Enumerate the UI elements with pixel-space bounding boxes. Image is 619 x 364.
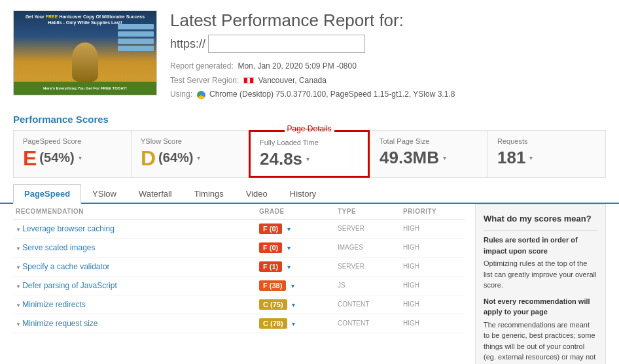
scores-section: Performance Scores PageSpeed Score E (54… [0,108,619,178]
report-generated-value: Mon, Jan 20, 2020 5:09 PM -0800 [238,61,356,71]
fully-loaded-time: 24.8s [260,149,302,169]
table-row: Minimize request size C (78) ▾ CONTENT H… [13,314,465,333]
grade-badge: C (75) [259,299,287,310]
chrome-icon [197,91,205,99]
grade-chevron-icon[interactable]: ▾ [292,320,295,327]
total-size-value: 49.3MB ▾ [380,148,478,168]
type-serve-scaled: IMAGES [338,244,403,251]
tab-timings[interactable]: Timings [183,184,235,203]
grade-minimize-request-size: C (78) ▾ [259,318,338,329]
grade-badge: F (1) [259,261,282,272]
tab-yslow[interactable]: YSlow [81,184,128,203]
tab-pagespeed[interactable]: PageSpeed [13,184,81,204]
total-size-block: Total Page Size 49.3MB ▾ [370,130,487,178]
fully-loaded-chevron-icon[interactable]: ▾ [306,156,310,163]
rec-cache-validator[interactable]: Specify a cache validator [16,262,259,271]
grade-leverage-caching: F (0) ▾ [259,223,338,234]
tabs-row: PageSpeed YSlow Waterfall Timings Video … [13,184,606,203]
url-bar: https:// [170,35,606,53]
fully-loaded-label: Fully Loaded Time [260,139,359,146]
table-section: RECOMMENDATION GRADE TYPE PRIORITY Lever… [0,204,619,364]
yslow-percent: (64%) [158,150,193,165]
report-meta: Report generated: Mon, Jan 20, 2020 5:09… [170,59,606,102]
grade-chevron-icon[interactable]: ▾ [287,244,291,252]
pagespeed-chevron-icon[interactable]: ▾ [79,154,82,161]
type-minimize-redirects: CONTENT [338,301,403,308]
grade-cache-validator: F (1) ▾ [259,261,338,272]
pagespeed-letter: E [23,148,37,169]
requests-count: 181 [497,148,525,168]
col-header-priority: PRIORITY [403,208,462,215]
url-input[interactable] [208,35,365,53]
priority-cache-validator: HIGH [403,263,462,270]
tab-waterfall[interactable]: Waterfall [128,184,183,203]
total-size-amount: 49.3MB [380,148,439,168]
requests-chevron-icon[interactable]: ▾ [529,154,533,161]
side-panel-section-2: Not every recommendation will apply to y… [484,296,597,364]
table-row: Specify a cache validator F (1) ▾ SERVER… [13,257,465,276]
rec-serve-scaled-images[interactable]: Serve scaled images [16,243,259,252]
table-row: Leverage browser caching F (0) ▾ SERVER … [13,220,465,239]
priority-serve-scaled: HIGH [403,244,462,251]
grade-minimize-redirects: C (75) ▾ [259,299,338,310]
pagespeed-label: PageSpeed Score [23,137,122,145]
side-panel-title: What do my scores mean? [484,212,597,225]
type-defer-javascript: JS [338,282,403,289]
grade-chevron-icon[interactable]: ▾ [291,282,294,290]
scores-title: Performance Scores [13,114,606,125]
fully-loaded-value: 24.8s ▾ [260,149,359,169]
yslow-letter: D [141,148,156,169]
grade-badge: C (78) [259,318,287,329]
grade-chevron-icon[interactable]: ▾ [292,301,295,308]
total-size-chevron-icon[interactable]: ▾ [443,154,446,161]
type-minimize-request-size: CONTENT [338,320,403,327]
grade-chevron-icon[interactable]: ▾ [287,225,291,233]
url-prefix: https:// [170,37,205,51]
grade-badge: F (0) [259,242,282,253]
priority-minimize-request-size: HIGH [403,320,462,327]
grade-chevron-icon[interactable]: ▾ [287,263,291,271]
type-cache-validator: SERVER [338,263,403,270]
rec-defer-javascript[interactable]: Defer parsing of JavaScript [16,281,259,290]
pagespeed-score-block: PageSpeed Score E (54%) ▾ [13,130,131,178]
col-header-recommendation: RECOMMENDATION [16,208,259,215]
pagespeed-value: E (54%) ▾ [23,148,122,169]
tab-video[interactable]: Video [235,184,279,203]
rec-minimize-redirects[interactable]: Minimize redirects [16,300,259,309]
grade-defer-javascript: F (38) ▾ [259,280,338,291]
page-details-label: Page Details [284,124,334,133]
grade-serve-scaled: F (0) ▾ [259,242,338,253]
webpage-thumbnail: Get Your FREE Hardcover Copy Of Milliona… [13,10,157,95]
scores-row: PageSpeed Score E (54%) ▾ YSlow Score D … [13,130,606,178]
side-panel-text-1: Optimizing rules at the top of the list … [484,258,597,291]
type-leverage-caching: SERVER [338,225,403,232]
canada-flag-icon [243,77,254,84]
side-panel-text-2: The recommendations are meant to be gene… [484,320,597,364]
side-panel-heading-2: Not every recommendation will apply to y… [484,296,597,318]
priority-defer-javascript: HIGH [403,282,462,289]
tabs-section: PageSpeed YSlow Waterfall Timings Video … [0,178,619,204]
rec-leverage-caching[interactable]: Leverage browser caching [16,224,259,233]
priority-minimize-redirects: HIGH [403,301,462,308]
rec-minimize-request-size[interactable]: Minimize request size [16,319,259,328]
thumbnail-forms [118,24,154,51]
priority-leverage-caching: HIGH [403,225,462,232]
requests-block: Requests 181 ▾ [487,130,606,178]
test-server-row: Test Server Region: Vancouver, Canada [170,74,606,88]
recommendations-table: RECOMMENDATION GRADE TYPE PRIORITY Lever… [13,204,465,364]
yslow-value: D (64%) ▾ [141,148,239,169]
using-label: Using: [170,90,192,99]
using-row: Using: Chrome (Desktop) 75.0.3770.100, P… [170,88,606,102]
requests-value: 181 ▾ [497,148,596,168]
yslow-chevron-icon[interactable]: ▾ [197,154,200,161]
using-value: Chrome (Desktop) 75.0.3770.100, PageSpee… [209,90,455,99]
pagespeed-percent: (54%) [39,150,74,165]
thumbnail-figure [72,42,98,82]
grade-badge: F (38) [259,280,286,291]
test-server-label: Test Server Region: [170,76,239,85]
side-panel: What do my scores mean? Rules are sorted… [475,204,606,364]
tab-history[interactable]: History [279,184,327,203]
top-section: Get Your FREE Hardcover Copy Of Milliona… [0,0,619,108]
thumbnail-bottom: Here's Everything You Get For FREE TODAY… [14,82,156,95]
grade-badge: F (0) [259,223,282,234]
